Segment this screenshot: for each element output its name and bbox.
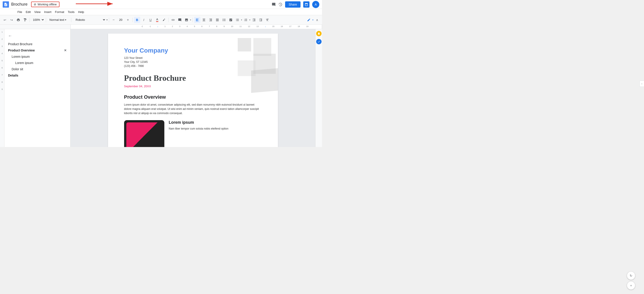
- align-right-button[interactable]: [208, 17, 214, 23]
- collapse-toolbar-button[interactable]: ∧: [314, 17, 320, 23]
- print-button[interactable]: [15, 17, 22, 23]
- underline-button[interactable]: U: [147, 17, 154, 23]
- undo-button[interactable]: ↩: [2, 17, 8, 23]
- zoom-select[interactable]: 100% 75% 125%: [31, 18, 44, 22]
- separator-1: [30, 18, 30, 22]
- offline-badge[interactable]: ⊘ Working offline: [31, 2, 60, 7]
- calendar-icon[interactable]: [303, 1, 310, 8]
- phone-screen: [126, 122, 162, 147]
- margin-num-5: 5: [2, 60, 3, 62]
- bullet-dropdown-icon: ▾: [241, 19, 242, 21]
- left-margin: 1 2 3 4 5 6 7 8 9: [0, 29, 4, 147]
- top-bar: Brochure ⊘ Working offline Share A: [0, 0, 322, 9]
- style-select[interactable]: Normal text ▾: [48, 18, 70, 22]
- menu-tools[interactable]: Tools: [66, 10, 76, 15]
- align-justify-button[interactable]: [214, 17, 220, 23]
- outline-item-product-brochure[interactable]: Product Brochure: [4, 41, 70, 47]
- ruler-numbers: -2 -1 ↓ 1 2 3 4 5 6 7 8 9 10 11 12 13 ↓ …: [141, 25, 314, 28]
- right-panel: [315, 29, 322, 147]
- clear-format-button[interactable]: [264, 17, 270, 23]
- document-title[interactable]: Brochure: [11, 2, 28, 7]
- menu-file[interactable]: File: [16, 10, 24, 15]
- menu-edit[interactable]: Edit: [24, 10, 32, 15]
- version-history-button[interactable]: [278, 3, 282, 7]
- outline-sub1-label: Lorem ipsum: [12, 55, 30, 58]
- outline-item-label: Product Brochure: [8, 42, 32, 46]
- lorem-body: Nam liber tempor cum soluta nobis eleife…: [169, 127, 228, 131]
- separator-7: [192, 18, 193, 22]
- margin-num-6: 6: [2, 67, 3, 69]
- lorem-section: Lorem ipsum Nam liber tempor cum soluta …: [124, 120, 262, 147]
- document-page[interactable]: Your Company 123 Your Street Your City, …: [108, 34, 278, 147]
- image-button[interactable]: [183, 17, 190, 23]
- increase-indent-button[interactable]: [258, 17, 264, 23]
- outline-dolor-label: Dolor sit: [12, 67, 23, 71]
- outline-sub2-label: Lorem ipsum: [15, 61, 33, 65]
- margin-num-1: 1: [2, 31, 3, 33]
- checklist-button[interactable]: [228, 17, 234, 23]
- edit-mode-button[interactable]: [306, 17, 312, 23]
- outline-item-details[interactable]: Details: [4, 72, 70, 79]
- bullet-list-button[interactable]: [234, 17, 240, 23]
- paint-format-button[interactable]: [22, 17, 28, 23]
- font-size-decrease-button[interactable]: −: [110, 17, 117, 23]
- section1-title: Product Overview: [124, 94, 262, 100]
- margin-num-3: 3: [2, 45, 3, 48]
- margin-num-9: 9: [2, 88, 3, 90]
- document-area[interactable]: Your Company 123 Your Street Your City, …: [70, 29, 315, 147]
- share-button[interactable]: Share: [285, 1, 300, 8]
- align-left-button[interactable]: [194, 17, 200, 23]
- comment-inline-button[interactable]: [177, 17, 183, 23]
- top-bar-right: Share A: [272, 1, 319, 8]
- checkmark-icon[interactable]: [316, 39, 322, 44]
- menu-format[interactable]: Format: [53, 10, 66, 15]
- ruler: -2 -1 ↓ 1 2 3 4 5 6 7 8 9 10 11 12 13 ↓ …: [0, 25, 322, 29]
- font-select[interactable]: Roboto Arial Times New Roman: [73, 17, 106, 22]
- redo-button[interactable]: ↪: [8, 17, 15, 23]
- bold-button[interactable]: B: [134, 17, 140, 23]
- style-label: Normal text: [50, 18, 64, 22]
- numbered-list-button[interactable]: [242, 17, 249, 23]
- outline-item-dolor-sit[interactable]: Dolor sit: [4, 66, 70, 72]
- outline-item-lorem-1[interactable]: Lorem ipsum: [4, 54, 70, 60]
- offline-badge-container: ⊘ Working offline: [31, 2, 62, 7]
- sidebar-back-button[interactable]: ←: [4, 33, 70, 41]
- margin-num-2: 2: [2, 38, 3, 40]
- notification-icon[interactable]: [316, 31, 322, 36]
- font-dropdown-icon: ▾: [106, 19, 108, 21]
- toolbar-right: ▾ ∧: [306, 17, 320, 23]
- style-dropdown-icon: ▾: [65, 19, 66, 21]
- edit-dropdown-icon: ▾: [312, 19, 314, 21]
- deco-square-2: [238, 38, 251, 52]
- outline-item-label-2: Product Overview: [8, 49, 35, 52]
- menu-insert[interactable]: Insert: [42, 10, 53, 15]
- menu-help[interactable]: Help: [76, 10, 86, 15]
- text-color-button[interactable]: A: [154, 17, 160, 23]
- section1-body: Lorem ipsum dolor sit amet, consectetuer…: [124, 103, 262, 116]
- lorem-heading: Lorem ipsum: [169, 120, 228, 125]
- margin-num-7: 7: [2, 74, 3, 76]
- highlight-button[interactable]: [161, 17, 167, 23]
- outline-item-product-overview[interactable]: Product Overview ✕: [4, 47, 70, 54]
- menu-view[interactable]: View: [32, 10, 42, 15]
- font-size-increase-button[interactable]: +: [125, 17, 131, 23]
- link-button[interactable]: [170, 17, 176, 23]
- offline-label: Working offline: [38, 3, 57, 6]
- docs-logo-icon: [3, 1, 9, 8]
- user-avatar[interactable]: A: [312, 1, 319, 8]
- italic-button[interactable]: I: [141, 17, 147, 23]
- decrease-indent-button[interactable]: [251, 17, 257, 23]
- deco-square-1: [253, 38, 271, 56]
- main-area: 1 2 3 4 5 6 7 8 9 ← Product Brochure Pro…: [0, 29, 322, 147]
- close-icon[interactable]: ✕: [64, 49, 67, 52]
- font-size-input[interactable]: [117, 18, 124, 22]
- outline-item-lorem-2[interactable]: Lorem ipsum: [4, 60, 70, 66]
- numbered-dropdown-icon: ▾: [249, 19, 250, 21]
- toolbar: ↩ ↪ 100% 75% 125% Normal text ▾ Roboto A…: [0, 15, 322, 25]
- outline-details-label: Details: [8, 74, 18, 77]
- image-dropdown-icon: ▾: [190, 19, 191, 21]
- menu-bar: File Edit View Insert Format Tools Help: [0, 9, 322, 15]
- line-spacing-button[interactable]: [221, 17, 227, 23]
- align-center-button[interactable]: [201, 17, 207, 23]
- comment-button[interactable]: [272, 3, 276, 7]
